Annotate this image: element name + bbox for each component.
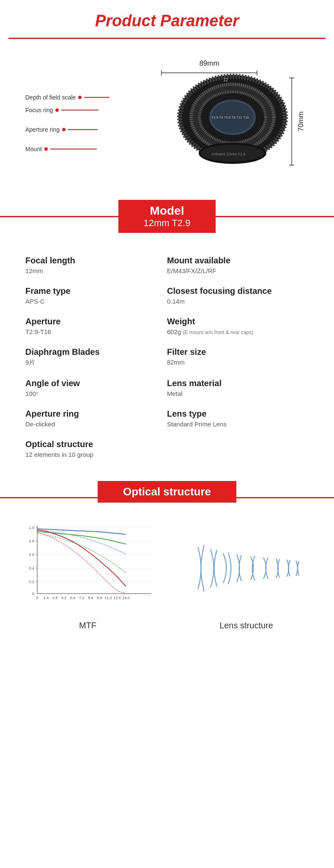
spec-mount-available: Mount available E/M43/FX/Z/L/RF	[167, 250, 309, 280]
svg-text:2.8: 2.8	[52, 596, 57, 600]
page-header: Product Parameter	[0, 0, 334, 38]
lens-labels: Depth of field scale Focus ring Aperture…	[25, 81, 110, 162]
lens-structure-label: Lens structure	[175, 621, 318, 630]
label-mount: Mount	[25, 146, 110, 152]
label-focus-text: Focus ring	[25, 107, 53, 113]
svg-text:0.6: 0.6	[29, 553, 34, 557]
spec-lens-type-label: Lens type	[167, 409, 304, 419]
model-label: Model	[144, 204, 191, 218]
spec-weight-value: 602g (E mount w/o front & rear caps)	[167, 328, 304, 335]
lens-illustration: T2.9 T4 T5.6 T8 T11 T16 Artisans 12mm T2…	[173, 69, 292, 168]
optical-section-header: Optical structure	[0, 481, 334, 503]
lens-structure-chart-item: Lens structure	[175, 524, 318, 630]
svg-text:Artisans 12mm T2.9: Artisans 12mm T2.9	[211, 152, 245, 156]
focus-dot	[55, 108, 59, 112]
svg-text:11.2: 11.2	[104, 596, 112, 600]
spec-angle-label: Angle of view	[25, 379, 163, 388]
spec-closest-focus: Closest focusing distance 0.14m	[167, 280, 309, 311]
lens-diagram-container: 89mm	[17, 56, 317, 183]
specs-section: Focal length 12mm Mount available E/M43/…	[0, 246, 334, 477]
label-aperture-text: Aperture ring	[25, 126, 60, 133]
mtf-chart-item: 1.0 0.8 0.6 0.4 0.2 0 0 1.4 2.8 4.2 5.6 …	[16, 524, 159, 630]
spec-mount-value: E/M43/FX/Z/L/RF	[167, 267, 304, 274]
svg-text:1.4: 1.4	[43, 596, 49, 600]
svg-text:0.8: 0.8	[29, 539, 34, 543]
spec-filter-value: 82mm	[167, 359, 304, 366]
dimension-width-label: 89mm	[199, 59, 219, 68]
svg-text:0: 0	[32, 592, 34, 596]
spec-lens-material: Lens material Metal	[167, 373, 309, 403]
svg-text:T2.9  T4  T5.6  T8  T11  T16: T2.9 T4 T5.6 T8 T11 T16	[211, 116, 249, 119]
label-mount-text: Mount	[25, 146, 42, 152]
lens-diagram-section: 89mm	[0, 39, 334, 196]
spec-aperture-value: T2.9-T16	[25, 328, 163, 335]
mount-line	[50, 149, 97, 149]
spec-frame-type: Frame type APS-C	[25, 280, 167, 311]
svg-text:8.4: 8.4	[88, 596, 93, 600]
svg-text:7.0: 7.0	[79, 596, 84, 600]
label-focus-ring: Focus ring	[25, 107, 110, 113]
spec-optical-structure: Optical structure 12 elements in 10 grou…	[25, 434, 309, 464]
focus-line	[61, 110, 99, 111]
svg-text:0: 0	[36, 596, 38, 600]
specs-grid: Focal length 12mm Mount available E/M43/…	[25, 250, 309, 464]
svg-text:14.0: 14.0	[122, 596, 130, 600]
aperture-line	[68, 129, 98, 130]
spec-aperture-ring-label: Aperture ring	[25, 409, 163, 419]
spec-weight-label: Weight	[167, 317, 304, 326]
charts-section: 1.0 0.8 0.6 0.4 0.2 0 0 1.4 2.8 4.2 5.6 …	[0, 511, 334, 643]
spec-lens-type-value: Standard Prime Lens	[167, 420, 304, 428]
spec-optical-value: 12 elements in 10 group	[25, 451, 304, 458]
mount-dot	[44, 147, 48, 151]
spec-angle-of-view: Angle of view 100°	[25, 373, 167, 403]
depth-line	[84, 97, 110, 98]
page-title-text: Product Parameter	[0, 12, 334, 30]
spec-angle-value: 100°	[25, 390, 163, 397]
spec-aperture-ring-value: De-clicked	[25, 420, 163, 428]
spec-mount-label: Mount available	[167, 256, 304, 265]
spec-lens-type: Lens type Standard Prime Lens	[167, 403, 309, 434]
spec-focal-length-label: Focal length	[25, 256, 163, 265]
spec-diaphragm: Diaphragm Blades 9片	[25, 341, 167, 373]
svg-text:12.6: 12.6	[113, 596, 121, 600]
svg-text:5.6: 5.6	[70, 596, 75, 600]
spec-frame-label: Frame type	[25, 286, 163, 296]
svg-text:1.0: 1.0	[29, 525, 34, 530]
spec-weight: Weight 602g (E mount w/o front & rear ca…	[167, 311, 309, 341]
model-value: 12mm T2.9	[144, 218, 191, 229]
label-aperture-ring: Aperture ring	[25, 126, 110, 133]
label-depth-text: Depth of field scale	[25, 94, 76, 101]
spec-optical-label: Optical structure	[25, 440, 304, 449]
spec-aperture: Aperture T2.9-T16	[25, 311, 167, 341]
spec-frame-value: APS-C	[25, 298, 163, 305]
spec-filter-size: Filter size 82mm	[167, 341, 309, 373]
aperture-dot	[62, 128, 66, 131]
lens-structure-svg	[181, 524, 312, 613]
spec-weight-note: (E mount w/o front & rear caps)	[183, 329, 254, 335]
depth-dot	[78, 96, 82, 99]
svg-text:12: 12	[223, 77, 228, 82]
optical-label: Optical structure	[123, 485, 211, 498]
spec-lens-material-value: Metal	[167, 390, 304, 397]
spec-closest-focus-label: Closest focusing distance	[167, 286, 304, 296]
spec-diaphragm-value: 9片	[25, 359, 163, 367]
spec-closest-focus-value: 0.14m	[167, 298, 304, 305]
model-section: Model 12mm T2.9	[0, 200, 334, 233]
svg-text:9.8: 9.8	[96, 596, 102, 600]
label-depth-of-field: Depth of field scale	[25, 94, 110, 101]
svg-text:0.4: 0.4	[29, 566, 34, 570]
dimension-height-arrow	[288, 77, 295, 166]
svg-text:4.2: 4.2	[61, 596, 66, 600]
svg-text:0.2: 0.2	[29, 580, 34, 584]
spec-aperture-label: Aperture	[25, 317, 163, 326]
spec-diaphragm-label: Diaphragm Blades	[25, 347, 163, 357]
spec-focal-length-value: 12mm	[25, 267, 163, 274]
dimension-height-label: 70mm	[297, 111, 305, 131]
mtf-chart-svg: 1.0 0.8 0.6 0.4 0.2 0 0 1.4 2.8 4.2 5.6 …	[22, 524, 153, 613]
spec-focal-length: Focal length 12mm	[25, 250, 167, 280]
model-badge: Model 12mm T2.9	[118, 200, 216, 233]
mtf-label: MTF	[16, 621, 159, 630]
spec-aperture-ring: Aperture ring De-clicked	[25, 403, 167, 434]
spec-lens-material-label: Lens material	[167, 379, 304, 388]
optical-badge: Optical structure	[98, 481, 236, 503]
